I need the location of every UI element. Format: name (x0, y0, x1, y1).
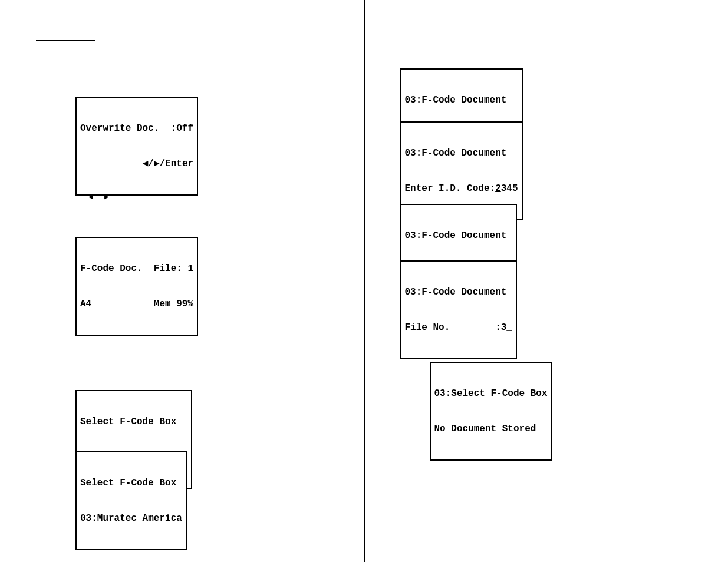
lcd-line-2: Enter I.D. Code:2345 (405, 183, 518, 194)
lcd-line-1: Overwrite Doc. :Off (80, 123, 193, 134)
triangle-left-icon: ◀ (143, 158, 149, 169)
lcd-fcode-doc-file: F-Code Doc. File: 1 A4 Mem 99% (75, 237, 198, 336)
lcd-line-1: Select F-Code Box (80, 477, 182, 489)
lcd-line-1: 03:F-Code Document (405, 147, 518, 159)
lcd-line-2: A4 Mem 99% (80, 298, 193, 310)
lcd-line-2: 03:Muratec America (80, 513, 182, 524)
arrow-icons: ◀ ▶ (88, 193, 114, 200)
lcd-line-1: F-Code Doc. File: 1 (80, 263, 193, 275)
lcd-select-fcode-box-2: Select F-Code Box 03:Muratec America (75, 451, 187, 550)
lcd-line-1: 03:Select F-Code Box (434, 388, 548, 399)
lcd-line-2: ◀/▶/Enter (80, 158, 193, 170)
lcd-line-1: 03:F-Code Document (405, 286, 512, 298)
lcd-line-1: 03:F-Code Document (405, 94, 518, 106)
triangle-right-icon: ▶ (154, 158, 160, 169)
cursor-underline: 2 (495, 183, 501, 194)
lcd-file-no-value: 03:F-Code Document File No. :3_ (400, 260, 517, 359)
lcd-line-2: No Document Stored (434, 423, 548, 435)
lcd-line-1: Select F-Code Box (80, 416, 187, 428)
lcd-line-1: 03:F-Code Document (405, 230, 512, 242)
header-rule (36, 40, 95, 41)
lcd-line-2: File No. :3_ (405, 322, 512, 333)
lcd-overwrite-doc: Overwrite Doc. :Off ◀/▶/Enter (75, 97, 198, 196)
lcd-no-document-stored: 03:Select F-Code Box No Document Stored (430, 362, 552, 461)
